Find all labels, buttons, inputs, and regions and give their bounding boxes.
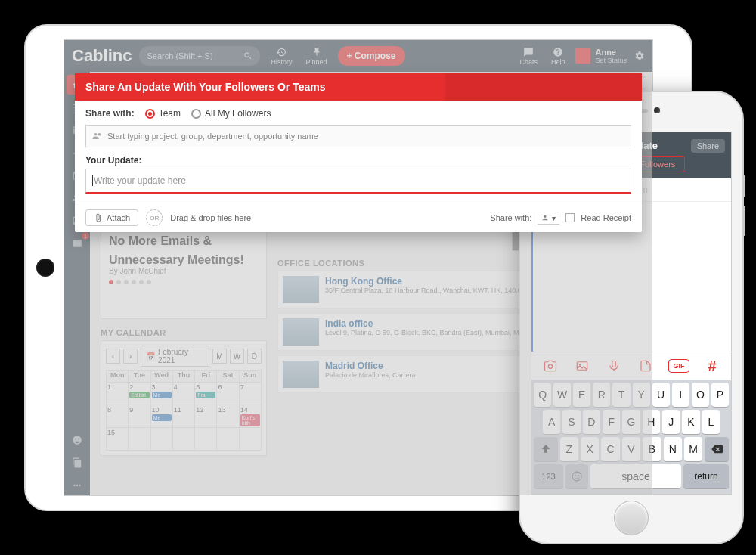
topbar: Cablinc Search (Shift + S) History Pinne…: [64, 40, 652, 72]
key-p[interactable]: P: [711, 383, 729, 407]
search-input[interactable]: Search (Shift + S): [139, 46, 260, 66]
cal-view-m[interactable]: M: [212, 349, 227, 364]
user-name: Anne: [595, 48, 627, 57]
modal-title: Share An Update With Your Followers Or T…: [75, 73, 642, 101]
image-icon[interactable]: [573, 357, 591, 375]
calendar-widget: ‹ › 📅 February 2021 M W D MonTueWedThuFr…: [101, 340, 267, 456]
key-f[interactable]: F: [603, 410, 620, 434]
envelope-icon: [72, 238, 82, 249]
phone-share-button[interactable]: Share: [691, 139, 725, 153]
cal-view-d[interactable]: D: [247, 349, 262, 364]
key-e[interactable]: E: [573, 383, 590, 407]
compose-toolbar: GIF #: [531, 352, 731, 380]
nav-files[interactable]: [67, 453, 88, 473]
pin-icon: [311, 47, 322, 57]
person-icon: [541, 214, 549, 222]
key-q[interactable]: Q: [534, 383, 551, 407]
gif-icon[interactable]: GIF: [668, 359, 689, 373]
footer-sharewith-label: Share with:: [490, 213, 531, 222]
svg-point-6: [578, 475, 578, 476]
radio-all-followers[interactable]: All My Followers: [191, 108, 271, 119]
radio-team[interactable]: Team: [145, 108, 181, 119]
read-receipt-label: Read Receipt: [581, 213, 631, 222]
chats-button[interactable]: Chats: [516, 47, 541, 66]
svg-point-5: [575, 475, 575, 476]
cal-view-w[interactable]: W: [230, 349, 244, 364]
cal-next[interactable]: ›: [123, 349, 138, 364]
search-icon: [243, 51, 253, 60]
compose-button[interactable]: + Compose: [338, 46, 405, 66]
document-icon[interactable]: [637, 357, 655, 375]
key-d[interactable]: D: [583, 410, 600, 434]
recipient-input[interactable]: Start typing project, group, department,…: [85, 125, 631, 147]
tablet-home-button[interactable]: [36, 259, 54, 277]
history-icon: [276, 47, 287, 57]
dragdrop-hint: Drag & drop files here: [170, 213, 251, 222]
key-123[interactable]: 123: [534, 464, 563, 488]
read-receipt-checkbox[interactable]: [565, 213, 575, 222]
more-icon: [72, 480, 82, 491]
key-b[interactable]: B: [643, 437, 661, 461]
chevron-down-icon: ▾: [552, 214, 556, 222]
cal-event: Me: [152, 392, 172, 398]
key-h[interactable]: H: [643, 410, 660, 434]
nav-messages[interactable]: 1: [67, 234, 88, 253]
promo-title-1: No More Emails &: [109, 234, 259, 248]
recipient-placeholder: Start typing project, group, department,…: [107, 132, 318, 141]
people-icon: [92, 131, 103, 141]
user-menu[interactable]: Anne Set Status: [575, 48, 627, 64]
hashtag-icon[interactable]: #: [703, 357, 721, 375]
key-i[interactable]: I: [672, 383, 689, 407]
key-u[interactable]: U: [652, 383, 670, 407]
key-o[interactable]: O: [692, 383, 709, 407]
key-t[interactable]: T: [612, 383, 630, 407]
key-m[interactable]: M: [684, 437, 702, 461]
key-n[interactable]: N: [664, 437, 682, 461]
phone-power-button[interactable]: [743, 175, 745, 197]
cal-month[interactable]: 📅 February 2021: [141, 346, 209, 367]
key-g[interactable]: G: [622, 410, 640, 434]
key-s[interactable]: S: [562, 410, 580, 434]
key-space[interactable]: space: [590, 464, 681, 488]
key-y[interactable]: Y: [633, 383, 650, 407]
update-textarea[interactable]: Write your update here: [85, 169, 631, 194]
phone-volume-button[interactable]: [743, 206, 745, 236]
avatar: [575, 48, 590, 64]
attach-button[interactable]: Attach: [85, 209, 138, 226]
phone-home-button[interactable]: [614, 501, 649, 535]
key-r[interactable]: R: [593, 383, 610, 407]
promo-title-2: Unnecessary Meetings!: [109, 253, 259, 267]
key-w[interactable]: W: [553, 383, 571, 407]
share-with-label: Share with:: [85, 108, 135, 119]
key-delete[interactable]: [705, 437, 729, 461]
nav-more[interactable]: [67, 476, 88, 495]
sharewith-dropdown[interactable]: ▾: [538, 212, 559, 225]
camera-icon[interactable]: [541, 357, 559, 375]
backspace-icon: [711, 443, 723, 455]
smile-icon: [571, 470, 583, 482]
key-x[interactable]: X: [581, 437, 599, 461]
key-a[interactable]: A: [543, 410, 560, 434]
key-v[interactable]: V: [622, 437, 640, 461]
help-icon: [553, 47, 563, 57]
pinned-button[interactable]: Pinned: [302, 47, 330, 66]
key-shift[interactable]: [534, 437, 558, 461]
nav-emoji[interactable]: [67, 430, 88, 450]
cal-event: Fra: [196, 392, 215, 398]
key-c[interactable]: C: [601, 437, 619, 461]
history-button[interactable]: History: [268, 47, 295, 66]
carousel-dots[interactable]: [109, 280, 259, 284]
key-l[interactable]: L: [702, 410, 720, 434]
your-update-label: Your Update:: [85, 155, 631, 166]
key-k[interactable]: K: [682, 410, 699, 434]
key-z[interactable]: Z: [560, 437, 578, 461]
gear-icon[interactable]: [634, 51, 645, 61]
share-update-modal: Share An Update With Your Followers Or T…: [75, 73, 642, 232]
help-button[interactable]: Help: [548, 47, 569, 66]
keyboard: QWERTYUIOP ASDFGHJKL ZXCVBNM 123 space r…: [531, 380, 731, 494]
key-emoji[interactable]: [565, 464, 588, 488]
key-j[interactable]: J: [662, 410, 680, 434]
cal-prev[interactable]: ‹: [106, 349, 120, 364]
mic-icon[interactable]: [605, 357, 623, 375]
key-return[interactable]: return: [683, 464, 729, 488]
